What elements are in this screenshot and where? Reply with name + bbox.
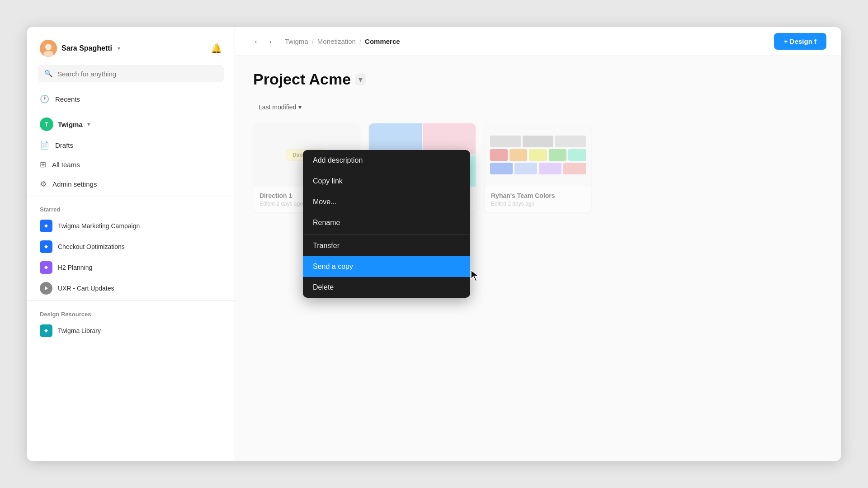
main-content: ‹ › Twigma / Monetization / Commerce + D… xyxy=(235,27,841,461)
breadcrumb-monetization[interactable]: Monetization xyxy=(317,38,356,45)
menu-item-transfer[interactable]: Transfer xyxy=(303,235,470,256)
menu-item-add-description[interactable]: Add description xyxy=(303,150,470,171)
sort-chevron-icon: ▾ xyxy=(298,103,302,111)
menu-item-send-copy[interactable]: Send a copy xyxy=(303,256,470,277)
swatch-gray1 xyxy=(490,136,521,147)
all-teams-label: All teams xyxy=(52,161,80,169)
app-window: Sara Spaghetti ▾ 🔔 🔍 🕐 Recents T Twigm xyxy=(27,27,841,461)
sort-bar: Last modified ▾ xyxy=(253,101,823,113)
menu-divider xyxy=(303,234,470,235)
menu-item-rename[interactable]: Rename xyxy=(303,212,470,233)
twigma-library-badge xyxy=(40,324,52,337)
admin-settings-icon: ⚙ xyxy=(40,179,47,189)
menu-rename-label: Rename xyxy=(313,219,340,227)
search-input[interactable] xyxy=(57,70,217,78)
checkout-badge xyxy=(40,240,52,253)
forward-button[interactable]: › xyxy=(264,35,277,48)
file-date-team-colors: Edited 2 days ago xyxy=(491,201,585,207)
menu-move-label: Move... xyxy=(313,198,336,206)
project-title-row: Project Acme ▾ xyxy=(253,70,823,88)
admin-settings-label: Admin settings xyxy=(52,180,97,188)
drafts-icon: 📄 xyxy=(40,141,49,150)
menu-add-description-label: Add description xyxy=(313,156,363,164)
svg-point-1 xyxy=(45,44,52,50)
breadcrumb-commerce: Commerce xyxy=(365,38,400,45)
uxr-label: UXR - Cart Updates xyxy=(58,285,114,292)
starred-item-twigma-library[interactable]: Twigma Library xyxy=(27,320,235,341)
add-design-label: + Design f xyxy=(784,38,816,45)
svg-marker-11 xyxy=(471,270,478,281)
sidebar-divider-3 xyxy=(27,300,235,301)
swatch-teal xyxy=(568,149,586,161)
menu-item-move[interactable]: Move... xyxy=(303,192,470,212)
all-teams-icon: ⊞ xyxy=(40,160,46,169)
breadcrumb-sep-1: / xyxy=(312,38,314,45)
cursor xyxy=(470,269,480,279)
swatch-gray3 xyxy=(555,136,586,147)
swatch-red xyxy=(490,149,508,161)
top-bar: ‹ › Twigma / Monetization / Commerce + D… xyxy=(235,27,841,56)
design-resources-section-label: Design Resources xyxy=(27,303,235,320)
breadcrumb: ‹ › Twigma / Monetization / Commerce xyxy=(250,35,400,48)
context-menu: Add description Copy link Move... Rename… xyxy=(303,150,470,298)
project-title-dropdown[interactable]: ▾ xyxy=(355,74,366,85)
user-chevron-icon: ▾ xyxy=(118,45,120,52)
starred-item-twigma-marketing[interactable]: Twigma Marketing Campaign xyxy=(27,216,235,236)
file-thumb-team-colors xyxy=(485,123,591,187)
file-card-team-colors[interactable]: Ryhan's Team Colors Edited 2 days ago xyxy=(485,123,591,212)
sidebar-item-all-teams[interactable]: ⊞ All teams xyxy=(27,155,235,174)
menu-item-delete[interactable]: Delete xyxy=(303,277,470,298)
h2-planning-label: H2 Planning xyxy=(58,264,92,271)
checkout-label: Checkout Optimizations xyxy=(58,243,125,250)
twigma-library-label: Twigma Library xyxy=(58,327,101,334)
menu-copy-link-label: Copy link xyxy=(313,177,343,185)
notifications-icon[interactable]: 🔔 xyxy=(211,43,222,54)
sidebar-divider-1 xyxy=(27,111,235,111)
nav-arrows: ‹ › xyxy=(250,35,277,48)
sidebar-item-admin-settings[interactable]: ⚙ Admin settings xyxy=(27,174,235,194)
menu-item-copy-link[interactable]: Copy link xyxy=(303,171,470,192)
starred-item-h2-planning[interactable]: H2 Planning xyxy=(27,257,235,278)
search-icon: 🔍 xyxy=(44,70,53,78)
swatch-purple xyxy=(539,163,561,174)
twigma-marketing-badge xyxy=(40,220,52,232)
starred-item-checkout-optimizations[interactable]: Checkout Optimizations xyxy=(27,236,235,257)
workspace-icon: T xyxy=(40,117,53,131)
sidebar-header: Sara Spaghetti ▾ 🔔 xyxy=(27,27,235,65)
avatar xyxy=(40,40,57,57)
menu-delete-label: Delete xyxy=(313,283,334,291)
swatch-yellow xyxy=(529,149,547,161)
uxr-badge xyxy=(40,282,52,295)
menu-send-copy-label: Send a copy xyxy=(313,263,353,271)
swatch-blue xyxy=(490,163,513,174)
workspace-selector[interactable]: T Twigma ▾ xyxy=(27,113,235,136)
sidebar-divider-2 xyxy=(27,196,235,196)
swatch-pink xyxy=(563,163,586,174)
swatch-lightblue xyxy=(514,163,537,174)
starred-section-label: Starred xyxy=(27,198,235,216)
starred-item-uxr-cart[interactable]: UXR - Cart Updates xyxy=(27,278,235,299)
sidebar-item-drafts[interactable]: 📄 Drafts xyxy=(27,136,235,155)
swatch-green xyxy=(549,149,566,161)
breadcrumb-twigma[interactable]: Twigma xyxy=(285,38,308,45)
menu-transfer-label: Transfer xyxy=(313,242,340,250)
add-design-button[interactable]: + Design f xyxy=(774,33,826,50)
user-menu[interactable]: Sara Spaghetti ▾ xyxy=(40,40,120,57)
sidebar-item-recents[interactable]: 🕐 Recents xyxy=(27,89,235,109)
back-button[interactable]: ‹ xyxy=(250,35,262,48)
page-body: Project Acme ▾ Last modified ▾ Direction… xyxy=(235,56,841,461)
file-name-team-colors: Ryhan's Team Colors xyxy=(491,192,585,199)
project-title: Project Acme xyxy=(253,70,351,88)
twigma-marketing-label: Twigma Marketing Campaign xyxy=(58,222,140,230)
recents-label: Recents xyxy=(55,95,80,103)
h2-planning-badge xyxy=(40,261,52,274)
workspace-name: Twigma xyxy=(58,121,83,128)
user-name: Sara Spaghetti xyxy=(61,44,112,52)
drafts-label: Drafts xyxy=(55,141,73,149)
search-bar[interactable]: 🔍 xyxy=(38,65,224,82)
recents-icon: 🕐 xyxy=(40,94,49,104)
svg-text:T: T xyxy=(45,122,48,128)
sort-button[interactable]: Last modified ▾ xyxy=(253,101,307,113)
breadcrumb-sep-2: / xyxy=(359,38,361,45)
sidebar: Sara Spaghetti ▾ 🔔 🔍 🕐 Recents T Twigm xyxy=(27,27,235,461)
